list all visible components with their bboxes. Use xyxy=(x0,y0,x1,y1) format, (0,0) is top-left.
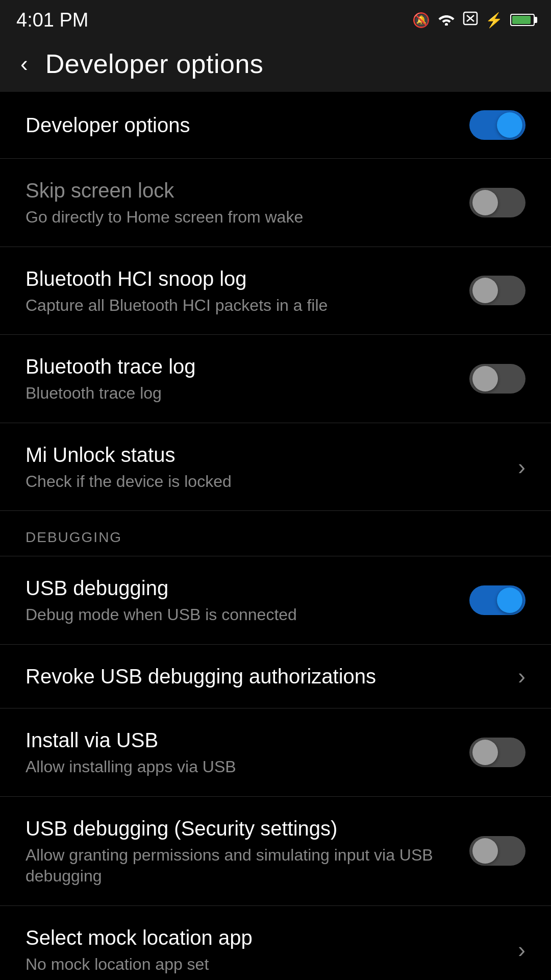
bluetooth-trace-subtitle: Bluetooth trace log xyxy=(26,383,454,404)
developer-options-title: Developer options xyxy=(26,112,454,138)
developer-options-toggle[interactable] xyxy=(469,110,525,140)
toggle-thumb xyxy=(472,190,498,215)
mi-unlock-item[interactable]: Mi Unlock status Check if the device is … xyxy=(0,423,551,511)
mock-location-title: Select mock location app xyxy=(26,924,503,951)
back-button[interactable]: ‹ xyxy=(15,47,33,80)
skip-screen-lock-toggle[interactable] xyxy=(469,188,525,217)
skip-screen-lock-subtitle: Go directly to Home screen from wake xyxy=(26,207,454,228)
skip-screen-lock-item[interactable]: Skip screen lock Go directly to Home scr… xyxy=(0,159,551,247)
debugging-label: DEBUGGING xyxy=(26,529,122,545)
mute-icon: 🔕 xyxy=(412,12,430,29)
page-title: Developer options xyxy=(45,48,264,79)
app-bar: ‹ Developer options xyxy=(0,36,551,92)
revoke-usb-item[interactable]: Revoke USB debugging authorizations › xyxy=(0,645,551,708)
chevron-right-icon: › xyxy=(518,454,525,480)
status-time: 4:01 PM xyxy=(16,9,89,31)
toggle-thumb xyxy=(472,366,498,391)
usb-debugging-title: USB debugging xyxy=(26,575,454,601)
back-arrow-icon: ‹ xyxy=(20,51,28,76)
mock-location-subtitle: No mock location app set xyxy=(26,954,503,975)
mi-unlock-subtitle: Check if the device is locked xyxy=(26,471,503,493)
bluetooth-hci-toggle[interactable] xyxy=(469,276,525,305)
toggle-thumb xyxy=(497,112,522,138)
usb-debugging-toggle[interactable] xyxy=(469,585,525,615)
debugging-section-header: DEBUGGING xyxy=(0,511,551,556)
install-via-usb-subtitle: Allow installing apps via USB xyxy=(26,756,454,778)
skip-screen-lock-title: Skip screen lock xyxy=(26,177,454,204)
battery-indicator xyxy=(510,14,535,26)
bluetooth-trace-toggle[interactable] xyxy=(469,364,525,394)
svg-point-0 xyxy=(445,23,448,26)
status-bar: 4:01 PM 🔕 ⚡ xyxy=(0,0,551,36)
toggle-thumb xyxy=(497,587,522,613)
bluetooth-trace-title: Bluetooth trace log xyxy=(26,353,454,380)
install-via-usb-title: Install via USB xyxy=(26,727,454,753)
bluetooth-trace-item[interactable]: Bluetooth trace log Bluetooth trace log xyxy=(0,335,551,423)
revoke-usb-title: Revoke USB debugging authorizations xyxy=(26,663,503,690)
install-via-usb-item[interactable]: Install via USB Allow installing apps vi… xyxy=(0,708,551,797)
chevron-right-icon: › xyxy=(518,664,525,689)
mock-location-item[interactable]: Select mock location app No mock locatio… xyxy=(0,906,551,980)
toggle-thumb xyxy=(472,740,498,765)
usb-security-title: USB debugging (Security settings) xyxy=(26,815,454,842)
install-via-usb-toggle[interactable] xyxy=(469,738,525,767)
mi-unlock-title: Mi Unlock status xyxy=(26,442,503,468)
bluetooth-hci-subtitle: Capture all Bluetooth HCI packets in a f… xyxy=(26,295,454,316)
wifi-icon xyxy=(437,11,456,29)
usb-security-item[interactable]: USB debugging (Security settings) Allow … xyxy=(0,797,551,906)
sim-icon xyxy=(463,11,478,29)
usb-security-subtitle: Allow granting permissions and simulatin… xyxy=(26,845,454,887)
status-icons: 🔕 ⚡ xyxy=(412,11,535,29)
toggle-thumb xyxy=(472,838,498,864)
usb-debugging-subtitle: Debug mode when USB is connected xyxy=(26,604,454,626)
chevron-right-icon: › xyxy=(518,937,525,963)
bluetooth-hci-title: Bluetooth HCI snoop log xyxy=(26,265,454,292)
developer-options-item[interactable]: Developer options xyxy=(0,92,551,159)
usb-security-toggle[interactable] xyxy=(469,836,525,866)
bluetooth-hci-item[interactable]: Bluetooth HCI snoop log Capture all Blue… xyxy=(0,247,551,335)
usb-debugging-item[interactable]: USB debugging Debug mode when USB is con… xyxy=(0,556,551,645)
charging-icon: ⚡ xyxy=(485,12,503,29)
settings-list: Developer options Skip screen lock Go di… xyxy=(0,92,551,980)
